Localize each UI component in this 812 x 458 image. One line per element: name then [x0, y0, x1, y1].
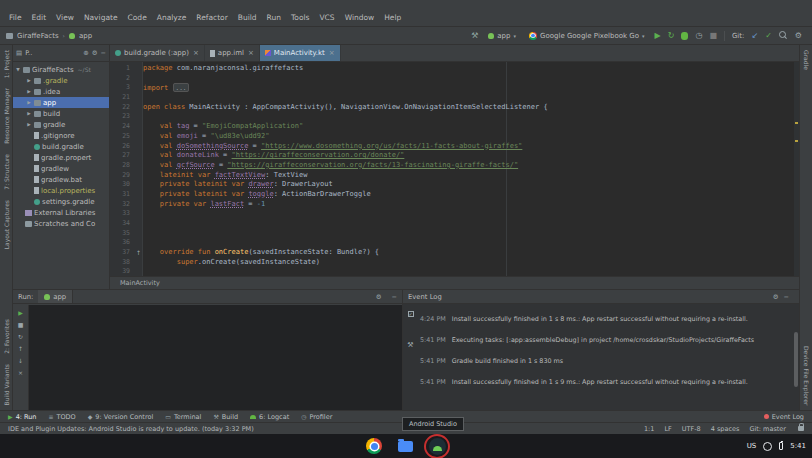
tree-item-settings-gradle[interactable]: settings.gradle — [13, 196, 109, 207]
run-button[interactable]: ▶ — [655, 32, 661, 40]
toolwindow-6-logcat[interactable]: 6: Logcat — [250, 413, 289, 421]
scroll-down-icon[interactable]: ↓ — [18, 357, 23, 364]
wrench-icon[interactable]: ⚒ — [407, 341, 413, 349]
run-tab-app[interactable]: app — [38, 290, 73, 303]
close-icon[interactable]: × — [248, 49, 254, 57]
menu-tools[interactable]: Tools — [286, 11, 314, 24]
status-lf[interactable]: LF — [664, 425, 671, 433]
menu-view[interactable]: View — [51, 11, 79, 24]
menu-navigate[interactable]: Navigate — [79, 11, 123, 24]
hide-panel-icon[interactable]: − — [784, 293, 789, 301]
toolwindow-4-run[interactable]: ▶4: Run — [8, 413, 36, 421]
status-utf-8[interactable]: UTF-8 — [682, 425, 701, 433]
system-tray[interactable]: US 5:41 — [747, 434, 806, 458]
run-config-select[interactable]: app ▾ — [485, 31, 519, 41]
debug-icon[interactable] — [681, 32, 688, 40]
editor-breadcrumb[interactable]: MainActivity — [110, 276, 799, 289]
breadcrumb-module[interactable]: app — [79, 32, 92, 40]
status-git-master[interactable]: Git: master — [749, 425, 786, 433]
close-icon[interactable]: × — [193, 49, 199, 57]
git-commit-icon[interactable]: ✓ — [765, 32, 772, 40]
rerun-icon[interactable]: ▶ — [18, 309, 23, 316]
hide-panel-icon[interactable]: − — [101, 49, 106, 57]
toolwindow-button-build-variants[interactable]: Build Variants — [3, 364, 10, 405]
settings-gear-icon[interactable]: ⚙ — [376, 293, 382, 301]
toolwindow-9-version-control[interactable]: ◆9: Version Control — [88, 413, 153, 421]
editor-scrollbar[interactable] — [794, 62, 799, 276]
clock[interactable]: 5:41 — [790, 442, 806, 450]
status-message[interactable]: IDE and Plugin Updates: Android Studio i… — [8, 425, 254, 433]
menu-window[interactable]: Window — [340, 11, 380, 24]
breadcrumb-class[interactable]: MainActivity — [120, 279, 160, 287]
menu-file[interactable]: File — [4, 11, 27, 24]
settings-gear-icon[interactable]: ⚙ — [795, 32, 802, 40]
toolwindow-button-2-favorites[interactable]: 2: Favorites — [3, 319, 10, 354]
tree-item-gradlew-bat[interactable]: gradlew.bat — [13, 174, 109, 185]
apply-changes-icon[interactable]: ↻ — [668, 32, 675, 40]
toolwindow-button-1-project[interactable]: 1: Project — [3, 50, 10, 78]
tree-item-gradle-propert[interactable]: gradle.propert — [13, 152, 109, 163]
toolwindow-button-gradle[interactable]: Gradle — [803, 50, 810, 70]
tree-item-scratches-and-co[interactable]: Scratches and Co — [13, 218, 109, 229]
menu-help[interactable]: Help — [379, 11, 406, 24]
menu-analyze[interactable]: Analyze — [152, 11, 192, 24]
tree-item-build-gradle[interactable]: build.gradle — [13, 141, 109, 152]
settings-gear-icon[interactable]: ⚙ — [773, 293, 779, 301]
toolwindow-button-device-file-explorer[interactable]: Device File Explorer — [803, 346, 810, 405]
project-view-icon[interactable]: ▤ — [16, 49, 22, 57]
tree-root[interactable]: ▼ GiraffeFacts ~/St — [13, 64, 109, 75]
status-1-1[interactable]: 1:1 — [644, 425, 654, 433]
status-4-spaces[interactable]: 4 spaces — [711, 425, 740, 433]
close-icon[interactable]: × — [329, 49, 335, 57]
stop-button[interactable]: ■ — [709, 32, 717, 40]
tree-item-app[interactable]: ▶app — [13, 97, 109, 108]
git-update-icon[interactable]: ↙ — [751, 32, 758, 40]
toolwindow-todo[interactable]: ≡TODO — [48, 413, 75, 421]
device-select[interactable]: Google Google Pixelbook Go ▾ — [526, 31, 648, 41]
project-panel-title[interactable]: P.. — [25, 49, 32, 57]
toolwindow-terminal[interactable]: ▭Terminal — [165, 413, 201, 421]
filter-icon[interactable] — [408, 311, 414, 317]
build-hammer-icon[interactable]: ⚒ — [471, 32, 478, 40]
toolwindow-build[interactable]: ⚒Build — [213, 413, 238, 421]
toolwindow-profiler[interactable]: ◷Profiler — [301, 413, 332, 421]
tree-item-build[interactable]: ▶build — [13, 108, 109, 119]
clear-console-icon[interactable]: × — [18, 369, 23, 376]
menu-build[interactable]: Build — [233, 11, 262, 24]
menu-run[interactable]: Run — [262, 11, 286, 24]
event-log-button[interactable]: Event Log — [764, 413, 804, 421]
tree-item-gradle[interactable]: ▶.gradle — [13, 75, 109, 86]
tree-item-external-libraries[interactable]: External Libraries — [13, 207, 109, 218]
profiler-icon[interactable]: ◷ — [695, 32, 702, 40]
breadcrumb-project[interactable]: GiraffeFacts — [17, 32, 59, 40]
menu-edit[interactable]: Edit — [27, 11, 52, 24]
menu-refactor[interactable]: Refactor — [191, 11, 232, 24]
search-icon[interactable] — [779, 31, 788, 40]
toolwindow-button-resource-manager[interactable]: Resource Manager — [3, 88, 10, 144]
tab-mainactivity-kt[interactable]: MainActivity.kt× — [260, 45, 341, 61]
run-console[interactable] — [29, 305, 402, 410]
chrome-icon[interactable] — [366, 438, 382, 454]
tree-item-gradlew[interactable]: gradlew — [13, 163, 109, 174]
tree-item-local-properties[interactable]: local.properties — [13, 185, 109, 196]
restart-icon[interactable]: ↻ — [18, 333, 23, 340]
expand-all-icon[interactable]: ⊕ — [83, 49, 88, 57]
panel-settings-gear-icon[interactable]: ⚙ — [92, 49, 98, 57]
keyboard-layout[interactable]: US — [747, 442, 757, 450]
tab-app-iml[interactable]: app.iml× — [205, 45, 260, 61]
scroll-up-icon[interactable]: ↑ — [18, 345, 23, 352]
hide-panel-icon[interactable]: − — [392, 293, 397, 301]
editor[interactable]: 1package com.naranjaconsal.giraffefacts2… — [110, 62, 799, 276]
tree-item-gitignore[interactable]: .gitignore — [13, 130, 109, 141]
toolwindow-button-layout-captures[interactable]: Layout Captures — [3, 200, 10, 249]
files-app-icon[interactable] — [398, 441, 413, 452]
event-log-scrollbar[interactable] — [794, 332, 798, 387]
stop-icon[interactable]: ■ — [18, 321, 24, 328]
toolwindow-button-7-structure[interactable]: 7: Structure — [3, 154, 10, 190]
tab-build-gradle-app[interactable]: build.gradle (:app)× — [110, 45, 205, 61]
menu-code[interactable]: Code — [123, 11, 152, 24]
lock-icon[interactable] — [798, 426, 804, 431]
android-studio-taskbar-item[interactable] — [429, 438, 446, 455]
tree-item-idea[interactable]: ▶.idea — [13, 86, 109, 97]
menu-vcs[interactable]: VCS — [314, 11, 339, 24]
